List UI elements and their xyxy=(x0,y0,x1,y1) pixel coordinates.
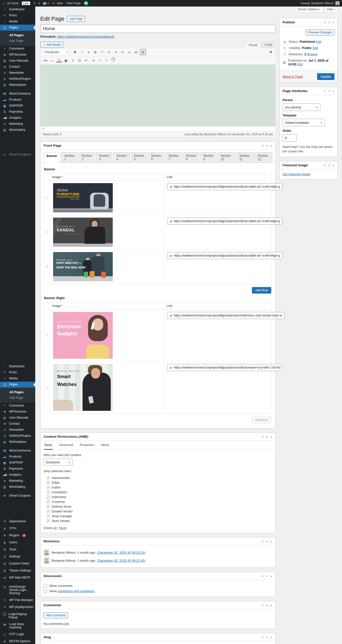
plugin-site-icon[interactable] xyxy=(84,1,88,6)
sidebar-item[interactable]: ♫ Media xyxy=(0,376,35,382)
checkbox-checked-icon[interactable] xyxy=(47,510,50,513)
more-tag-icon[interactable]: ⊟ xyxy=(133,49,139,55)
link-icon[interactable]: ∞ xyxy=(126,49,132,55)
sidebar-item[interactable]: ▤ User Manuals xyxy=(0,58,35,64)
set-featured-image-link[interactable]: Set featured image xyxy=(283,172,310,176)
checkbox-unchecked-icon[interactable] xyxy=(44,589,47,593)
toggle-panel-icon[interactable] xyxy=(332,164,334,167)
sidebar-item-pages[interactable]: ❏ Pages xyxy=(0,382,35,388)
front-page-tab[interactable]: Section 8 xyxy=(183,152,199,163)
toggle-panel-icon[interactable] xyxy=(270,604,272,607)
sidebar-item[interactable]: ✜ Plugins 3 xyxy=(0,532,35,539)
trackbacks-link[interactable]: trackbacks and pingbacks xyxy=(58,589,95,593)
metabox-header[interactable]: Featured image xyxy=(280,161,337,169)
metabox-header[interactable]: Content Permissions (AME) xyxy=(41,433,275,441)
submenu-item[interactable]: All Pages xyxy=(0,389,35,395)
clear-format-icon[interactable]: ◊ xyxy=(70,57,76,63)
move-up-icon[interactable] xyxy=(324,164,326,167)
add-row-button[interactable]: Add Row xyxy=(252,287,271,294)
sidebar-item[interactable]: ▨ WooGallery xyxy=(0,484,35,490)
bullet-list-icon[interactable]: ≡ xyxy=(86,49,92,55)
front-page-tab[interactable]: Section 1 xyxy=(61,152,78,163)
move-to-trash-link[interactable]: Move to Trash xyxy=(283,75,303,78)
move-down-icon[interactable] xyxy=(266,144,268,147)
howdy-text[interactable]: Howdy, Benjamin Wilson xyxy=(300,2,334,5)
toggle-panel-icon[interactable] xyxy=(270,144,272,147)
sidebar-item[interactable]: ❒ WP File Manager xyxy=(0,597,35,604)
checkbox-checked-icon[interactable] xyxy=(47,491,50,494)
role-checkbox-row[interactable]: Editor xyxy=(47,480,272,485)
help-icon[interactable]: ? xyxy=(111,57,115,61)
sidebar-item[interactable]: W WooCommerce xyxy=(0,448,35,454)
sidebar-item[interactable]: ✚ WPXtension xyxy=(0,409,35,415)
metabox-header[interactable]: Discussion xyxy=(41,572,275,580)
text-color-icon[interactable]: A xyxy=(56,58,62,62)
front-page-tab[interactable]: Section 4 xyxy=(113,152,130,163)
link-input[interactable]: https://webtechnomind.in/project/allgood… xyxy=(167,183,282,190)
metabox-header[interactable]: Revisions xyxy=(41,537,275,545)
move-down-icon[interactable] xyxy=(266,604,268,607)
sidebar-item[interactable]: ⇅ GetWooPlugins xyxy=(0,433,35,439)
sidebar-item[interactable]: ✦ WP-phpMyAdmin xyxy=(0,604,35,611)
sidebar-item[interactable]: ⚙ WCFM Options xyxy=(0,638,35,644)
metabox-header[interactable]: Slug xyxy=(41,633,275,641)
move-down-icon[interactable] xyxy=(328,21,330,24)
align-center-icon[interactable]: ≡ xyxy=(113,49,119,55)
checkbox-checked-icon[interactable] xyxy=(47,500,50,503)
sidebar-item[interactable]: ❝ Comments xyxy=(0,403,35,409)
front-page-tab[interactable]: Section 3 xyxy=(96,152,112,163)
banner-image-electronic-gadgets[interactable]: NEW STANDARD Electronic Gadgets xyxy=(53,312,113,359)
toggle-panel-icon[interactable] xyxy=(332,21,334,24)
role-checkbox-row[interactable]: Author xyxy=(47,485,272,490)
front-page-tab[interactable]: Section 6 xyxy=(148,152,165,163)
move-up-icon[interactable] xyxy=(262,144,264,147)
sidebar-item[interactable]: ✉ Contact xyxy=(0,421,35,427)
link-input[interactable]: https://webtechnomind.in/project/allgood… xyxy=(167,218,282,225)
edit-visibility-link[interactable]: Edit xyxy=(313,46,318,50)
update-button[interactable]: Update xyxy=(317,73,334,80)
checkbox-checked-icon[interactable] xyxy=(47,505,50,508)
sidebar-item[interactable]: ➤ Marketing xyxy=(0,121,35,127)
special-char-icon[interactable]: Ω xyxy=(77,57,83,63)
italic-icon[interactable]: I xyxy=(79,49,85,55)
front-page-tab[interactable]: Section 7 xyxy=(166,152,182,163)
updates-link[interactable]: 3 xyxy=(33,2,40,5)
revision-date-link[interactable]: (December 30, 2025 @ 09:20:35) xyxy=(97,559,145,562)
move-down-icon[interactable] xyxy=(266,636,268,638)
checkbox-unchecked-icon[interactable] xyxy=(44,584,47,588)
editor-mode-tab[interactable]: Code xyxy=(261,42,276,48)
sidebar-item[interactable]: a Login/Signup Popup xyxy=(0,611,35,621)
front-page-tab[interactable]: Section 5 xyxy=(131,152,147,163)
banner-image-smart-watches[interactable]: APPLE WATCH Smart Watches xyxy=(53,364,113,411)
paste-text-icon[interactable]: ▣ xyxy=(63,57,69,63)
checkbox-checked-icon[interactable] xyxy=(47,495,50,499)
move-up-icon[interactable] xyxy=(262,575,264,577)
move-up-icon[interactable] xyxy=(262,540,264,543)
sidebar-item[interactable]: ⚙ Theme Settings xyxy=(0,567,35,574)
banner-image-furniture[interactable]: Stylish FURNITURE 20% OFF xyxy=(53,183,113,212)
bold-icon[interactable]: B xyxy=(72,49,78,55)
move-down-icon[interactable] xyxy=(266,540,268,543)
sidebar-item[interactable]: ▬ Products xyxy=(0,97,35,103)
sidebar-item[interactable]: ⇅ GetWooPlugins xyxy=(0,76,35,82)
move-down-icon[interactable] xyxy=(266,575,268,577)
add-comment-button[interactable]: Add Comment xyxy=(44,612,68,618)
metabox-header[interactable]: Publish xyxy=(280,18,337,26)
sidebar-item[interactable]: ⇅ Settings xyxy=(0,553,35,560)
sidebar-item[interactable]: ◎ miniOrange Social Login, Sharing xyxy=(0,583,35,597)
sidebar-item[interactable]: ✚ WPXtension xyxy=(0,52,35,58)
parent-select[interactable]: (no parent) xyxy=(283,103,320,111)
sidebar-item[interactable]: ✎ Posts xyxy=(0,13,35,19)
role-checkbox-row[interactable]: Shop manager xyxy=(47,514,272,518)
link-input[interactable]: https://webtechnomind.in/project/allgood… xyxy=(167,364,283,371)
sidebar-item[interactable]: ▤ User Manuals xyxy=(0,415,35,421)
sidebar-item[interactable]: ▂▅▇ Analytics xyxy=(0,472,35,478)
check-all-link[interactable]: All xyxy=(53,526,57,530)
blockquote-icon[interactable]: ❝ xyxy=(99,49,105,55)
role-checkbox-row[interactable]: Disable Vendor xyxy=(47,509,272,514)
who-can-view-select[interactable]: Everyone xyxy=(44,459,73,466)
add-media-button[interactable]: Add Media xyxy=(40,42,63,48)
sidebar-item[interactable]: ▦ Marketplace xyxy=(0,82,35,88)
permissions-tab[interactable]: Advanced xyxy=(58,441,74,450)
indent-icon[interactable]: ⇥ xyxy=(90,57,96,63)
